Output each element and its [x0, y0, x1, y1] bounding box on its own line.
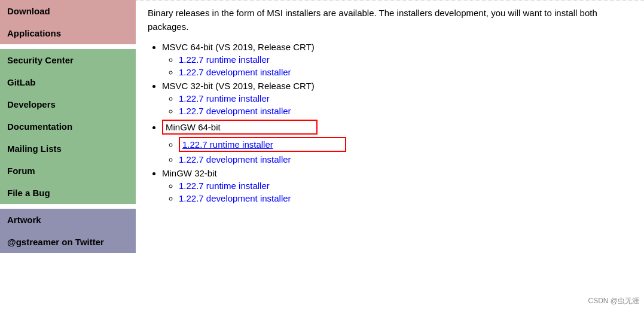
- list-item: 1.22.7 runtime installer: [179, 137, 632, 152]
- list-item: 1.22.7 development installer: [179, 106, 632, 116]
- installer-link[interactable]: 1.22.7 development installer: [179, 67, 291, 77]
- sidebar-mailing-lists[interactable]: Mailing Lists: [0, 138, 136, 160]
- list-item: 1.22.7 development installer: [179, 67, 632, 77]
- list-item: 1.22.7 development installer: [179, 193, 632, 203]
- list-item: 1.22.7 runtime installer: [179, 54, 632, 65]
- sidebar-security-center[interactable]: Security Center: [0, 49, 136, 71]
- installer-list: MSVC 64-bit (VS 2019, Release CRT)1.22.7…: [162, 42, 632, 203]
- installer-link[interactable]: 1.22.7 development installer: [179, 106, 291, 116]
- sidebar: DownloadApplicationsSecurity CenterGitLa…: [0, 0, 136, 311]
- sidebar-applications[interactable]: Applications: [0, 22, 136, 44]
- sidebar-documentation[interactable]: Documentation: [0, 115, 136, 138]
- sidebar-artwork[interactable]: Artwork: [0, 209, 136, 231]
- sidebar-developers[interactable]: Developers: [0, 93, 136, 115]
- installer-link[interactable]: 1.22.7 development installer: [179, 154, 291, 164]
- sidebar-download[interactable]: Download: [0, 0, 136, 22]
- list-item: MSVC 32-bit (VS 2019, Release CRT)1.22.7…: [162, 81, 632, 116]
- sidebar-gitlab[interactable]: GitLab: [0, 71, 136, 93]
- list-item: MSVC 64-bit (VS 2019, Release CRT)1.22.7…: [162, 42, 632, 77]
- list-item: MinGW 64-bit1.22.7 runtime installer1.22…: [162, 120, 632, 164]
- intro-paragraph: Binary releases in the form of MSI insta…: [148, 7, 632, 33]
- main-content: Binary releases in the form of MSI insta…: [136, 0, 644, 311]
- list-item: MinGW 32-bit1.22.7 runtime installer1.22…: [162, 168, 632, 203]
- installer-link[interactable]: 1.22.7 runtime installer: [179, 54, 270, 65]
- list-item: 1.22.7 runtime installer: [179, 93, 632, 103]
- watermark: CSDN @虫无涯: [588, 296, 639, 306]
- sidebar-file-a-bug[interactable]: File a Bug: [0, 182, 136, 204]
- installer-link[interactable]: 1.22.7 runtime installer: [179, 181, 270, 191]
- installer-link[interactable]: 1.22.7 runtime installer: [182, 139, 273, 150]
- list-item: 1.22.7 runtime installer: [179, 181, 632, 191]
- sidebar-forum[interactable]: Forum: [0, 160, 136, 182]
- list-item: 1.22.7 development installer: [179, 154, 632, 164]
- installer-link[interactable]: 1.22.7 development installer: [179, 193, 291, 203]
- sidebar-twitter[interactable]: @gstreamer on Twitter: [0, 231, 136, 253]
- installer-link[interactable]: 1.22.7 runtime installer: [179, 93, 270, 103]
